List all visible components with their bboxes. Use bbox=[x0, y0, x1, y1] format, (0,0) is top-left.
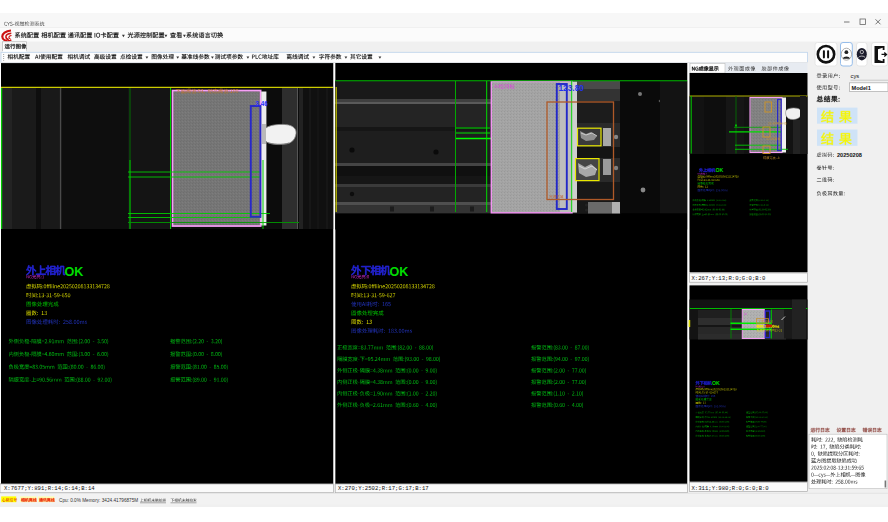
svg-text:3.46: 3.46 bbox=[256, 100, 269, 107]
svg-text:X:7677;Y:891;R:14;G:14;B:14: X:7677;Y:891;R:14;G:14;B:14 bbox=[4, 485, 95, 492]
svg-text:OK: OK bbox=[716, 167, 724, 173]
svg-text:Model1: Model1 bbox=[852, 85, 871, 91]
svg-text:Cpu: 0.0% Memory: 3424.4179687: Cpu: 0.0% Memory: 3424.41796875M bbox=[59, 498, 138, 503]
svg-text:X:311;Y:980;R:0;G:0;B:0: X:311;Y:980;R:0;G:0;B:0 bbox=[692, 485, 770, 492]
svg-text:123.80: 123.80 bbox=[559, 83, 585, 93]
svg-text:X:270;Y:2502;R:17;G:17;B:17: X:270;Y:2502;R:17;G:17;B:17 bbox=[338, 485, 429, 492]
svg-text:20250208: 20250208 bbox=[837, 152, 862, 158]
svg-text:OK: OK bbox=[712, 380, 720, 386]
svg-text:OK: OK bbox=[390, 265, 409, 279]
svg-text:X:267;Y:13;R:0;G:0;B:0: X:267;Y:13;R:0;G:0;B:0 bbox=[692, 275, 766, 282]
svg-text:OK: OK bbox=[65, 265, 84, 279]
svg-text:cys: cys bbox=[851, 73, 860, 79]
